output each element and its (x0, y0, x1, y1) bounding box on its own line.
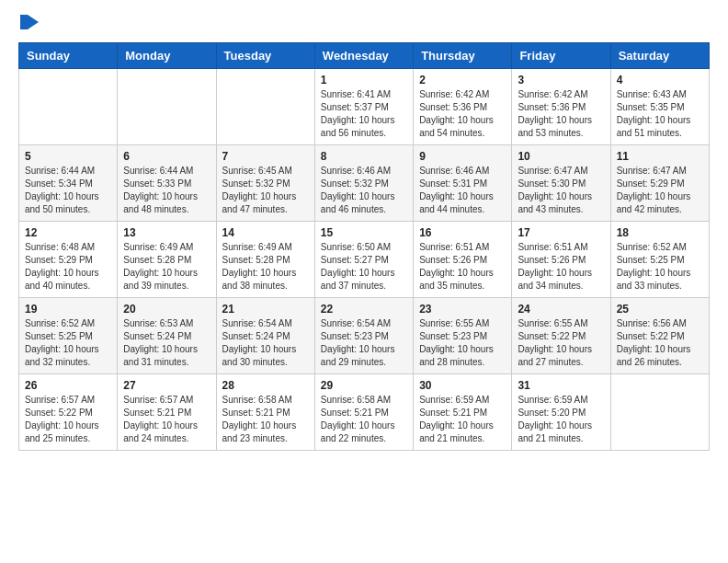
day-info: Sunrise: 6:53 AM Sunset: 5:24 PM Dayligh… (123, 317, 210, 369)
week-row-3: 12Sunrise: 6:48 AM Sunset: 5:29 PM Dayli… (19, 222, 710, 298)
day-cell: 6Sunrise: 6:44 AM Sunset: 5:33 PM Daylig… (118, 145, 216, 222)
day-info: Sunrise: 6:52 AM Sunset: 5:25 PM Dayligh… (25, 317, 111, 369)
logo (18, 15, 40, 31)
day-cell: 15Sunrise: 6:50 AM Sunset: 5:27 PM Dayli… (314, 222, 413, 298)
day-info: Sunrise: 6:57 AM Sunset: 5:21 PM Dayligh… (123, 394, 210, 445)
day-info: Sunrise: 6:46 AM Sunset: 5:31 PM Dayligh… (419, 165, 506, 216)
day-number: 15 (321, 226, 407, 239)
day-info: Sunrise: 6:57 AM Sunset: 5:22 PM Dayligh… (25, 394, 111, 445)
day-info: Sunrise: 6:42 AM Sunset: 5:36 PM Dayligh… (419, 88, 506, 140)
day-cell: 13Sunrise: 6:49 AM Sunset: 5:28 PM Dayli… (118, 222, 216, 298)
day-number: 23 (419, 303, 506, 316)
calendar-table: SundayMondayTuesdayWednesdayThursdayFrid… (18, 42, 710, 451)
day-info: Sunrise: 6:51 AM Sunset: 5:26 PM Dayligh… (419, 241, 506, 293)
weekday-header-saturday: Saturday (610, 43, 709, 69)
day-cell: 25Sunrise: 6:56 AM Sunset: 5:22 PM Dayli… (610, 298, 709, 374)
day-cell: 7Sunrise: 6:45 AM Sunset: 5:32 PM Daylig… (216, 145, 314, 222)
day-cell: 14Sunrise: 6:49 AM Sunset: 5:28 PM Dayli… (216, 222, 314, 298)
day-info: Sunrise: 6:46 AM Sunset: 5:32 PM Dayligh… (321, 165, 407, 216)
day-info: Sunrise: 6:41 AM Sunset: 5:37 PM Dayligh… (321, 88, 407, 140)
week-row-5: 26Sunrise: 6:57 AM Sunset: 5:22 PM Dayli… (19, 374, 710, 451)
day-number: 22 (321, 303, 407, 316)
day-number: 14 (222, 226, 309, 239)
day-cell: 31Sunrise: 6:59 AM Sunset: 5:20 PM Dayli… (512, 374, 610, 451)
day-info: Sunrise: 6:58 AM Sunset: 5:21 PM Dayligh… (321, 394, 407, 445)
day-number: 3 (518, 74, 604, 86)
day-info: Sunrise: 6:59 AM Sunset: 5:21 PM Dayligh… (419, 394, 506, 445)
day-cell: 17Sunrise: 6:51 AM Sunset: 5:26 PM Dayli… (512, 222, 610, 298)
day-info: Sunrise: 6:58 AM Sunset: 5:21 PM Dayligh… (222, 394, 309, 445)
day-cell: 8Sunrise: 6:46 AM Sunset: 5:32 PM Daylig… (314, 145, 413, 222)
day-cell: 21Sunrise: 6:54 AM Sunset: 5:24 PM Dayli… (216, 298, 314, 374)
day-cell: 20Sunrise: 6:53 AM Sunset: 5:24 PM Dayli… (118, 298, 216, 374)
day-number: 5 (25, 150, 111, 163)
day-info: Sunrise: 6:47 AM Sunset: 5:30 PM Dayligh… (518, 165, 604, 216)
day-number: 21 (222, 303, 309, 316)
week-row-1: 1Sunrise: 6:41 AM Sunset: 5:37 PM Daylig… (19, 69, 710, 145)
weekday-header-thursday: Thursday (414, 43, 512, 69)
weekday-header-row: SundayMondayTuesdayWednesdayThursdayFrid… (19, 43, 710, 69)
day-cell: 5Sunrise: 6:44 AM Sunset: 5:34 PM Daylig… (19, 145, 118, 222)
day-info: Sunrise: 6:50 AM Sunset: 5:27 PM Dayligh… (321, 241, 407, 293)
day-cell: 18Sunrise: 6:52 AM Sunset: 5:25 PM Dayli… (610, 222, 709, 298)
week-row-4: 19Sunrise: 6:52 AM Sunset: 5:25 PM Dayli… (19, 298, 710, 374)
day-number: 28 (222, 379, 309, 392)
day-number: 31 (518, 379, 604, 392)
day-cell: 9Sunrise: 6:46 AM Sunset: 5:31 PM Daylig… (414, 145, 512, 222)
weekday-header-friday: Friday (512, 43, 610, 69)
weekday-header-monday: Monday (118, 43, 216, 69)
day-number: 25 (617, 303, 703, 316)
day-cell (216, 69, 314, 145)
day-info: Sunrise: 6:47 AM Sunset: 5:29 PM Dayligh… (617, 165, 703, 216)
day-number: 20 (123, 303, 210, 316)
day-info: Sunrise: 6:48 AM Sunset: 5:29 PM Dayligh… (25, 241, 111, 293)
day-cell: 27Sunrise: 6:57 AM Sunset: 5:21 PM Dayli… (118, 374, 216, 451)
day-cell: 11Sunrise: 6:47 AM Sunset: 5:29 PM Dayli… (610, 145, 709, 222)
day-number: 12 (25, 226, 111, 239)
day-cell: 26Sunrise: 6:57 AM Sunset: 5:22 PM Dayli… (19, 374, 118, 451)
day-number: 1 (321, 74, 407, 86)
day-cell (610, 374, 709, 451)
weekday-header-wednesday: Wednesday (314, 43, 413, 69)
day-cell: 30Sunrise: 6:59 AM Sunset: 5:21 PM Dayli… (414, 374, 512, 451)
day-number: 26 (25, 379, 111, 392)
weekday-header-tuesday: Tuesday (216, 43, 314, 69)
day-cell: 22Sunrise: 6:54 AM Sunset: 5:23 PM Dayli… (314, 298, 413, 374)
day-info: Sunrise: 6:55 AM Sunset: 5:23 PM Dayligh… (419, 317, 506, 369)
day-cell: 4Sunrise: 6:43 AM Sunset: 5:35 PM Daylig… (610, 69, 709, 145)
svg-marker-0 (20, 15, 39, 29)
day-info: Sunrise: 6:45 AM Sunset: 5:32 PM Dayligh… (222, 165, 309, 216)
logo-icon (20, 13, 40, 31)
day-info: Sunrise: 6:56 AM Sunset: 5:22 PM Dayligh… (617, 317, 703, 369)
day-info: Sunrise: 6:54 AM Sunset: 5:24 PM Dayligh… (222, 317, 309, 369)
day-info: Sunrise: 6:54 AM Sunset: 5:23 PM Dayligh… (321, 317, 407, 369)
day-number: 18 (617, 226, 703, 239)
day-number: 27 (123, 379, 210, 392)
day-number: 16 (419, 226, 506, 239)
day-info: Sunrise: 6:55 AM Sunset: 5:22 PM Dayligh… (518, 317, 604, 369)
day-number: 11 (617, 150, 703, 163)
day-cell (118, 69, 216, 145)
day-cell: 24Sunrise: 6:55 AM Sunset: 5:22 PM Dayli… (512, 298, 610, 374)
day-cell: 29Sunrise: 6:58 AM Sunset: 5:21 PM Dayli… (314, 374, 413, 451)
day-number: 30 (419, 379, 506, 392)
day-number: 24 (518, 303, 604, 316)
day-cell: 1Sunrise: 6:41 AM Sunset: 5:37 PM Daylig… (314, 69, 413, 145)
header (18, 15, 710, 31)
day-info: Sunrise: 6:59 AM Sunset: 5:20 PM Dayligh… (518, 394, 604, 445)
weekday-header-sunday: Sunday (19, 43, 118, 69)
week-row-2: 5Sunrise: 6:44 AM Sunset: 5:34 PM Daylig… (19, 145, 710, 222)
day-number: 17 (518, 226, 604, 239)
day-info: Sunrise: 6:49 AM Sunset: 5:28 PM Dayligh… (222, 241, 309, 293)
day-info: Sunrise: 6:42 AM Sunset: 5:36 PM Dayligh… (518, 88, 604, 140)
day-number: 13 (123, 226, 210, 239)
day-cell (19, 69, 118, 145)
day-info: Sunrise: 6:44 AM Sunset: 5:34 PM Dayligh… (25, 165, 111, 216)
day-number: 4 (617, 74, 703, 86)
day-info: Sunrise: 6:52 AM Sunset: 5:25 PM Dayligh… (617, 241, 703, 293)
day-number: 2 (419, 74, 506, 86)
day-info: Sunrise: 6:44 AM Sunset: 5:33 PM Dayligh… (123, 165, 210, 216)
day-number: 10 (518, 150, 604, 163)
day-info: Sunrise: 6:49 AM Sunset: 5:28 PM Dayligh… (123, 241, 210, 293)
day-number: 8 (321, 150, 407, 163)
